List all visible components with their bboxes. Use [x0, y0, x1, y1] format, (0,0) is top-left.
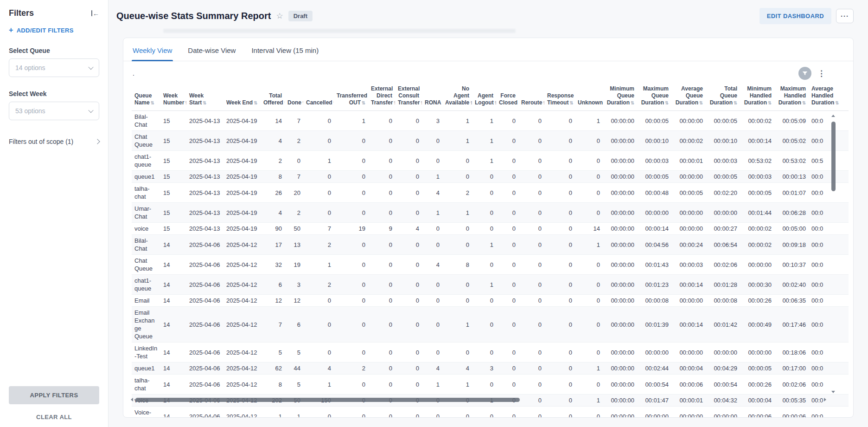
table-cell: 2025-04-12	[223, 407, 261, 418]
scroll-down-icon[interactable]	[831, 391, 835, 393]
column-header-queue-name[interactable]: Queue Name⇅	[132, 83, 160, 111]
column-header-week-end[interactable]: Week End⇅	[223, 83, 261, 111]
table-cell: 5	[285, 375, 303, 395]
table-cell: 0	[395, 131, 422, 151]
table-cell: 1	[575, 362, 603, 375]
star-icon[interactable]: ☆	[276, 11, 283, 21]
table-cell: Bilal-Chat	[132, 235, 160, 255]
table-cell: 00:00:00	[603, 203, 637, 223]
column-header-maximum-handled-duration[interactable]: Maximum Handled Duration⇅	[774, 83, 809, 111]
collapse-sidebar-icon[interactable]: ←	[91, 10, 99, 17]
table-cell: 2025-04-13	[186, 151, 223, 171]
column-header-total-queue-duration[interactable]: Total Queue Duration⇅	[706, 83, 740, 111]
horizontal-scroll-track[interactable]	[135, 398, 822, 402]
table-cell: 00:00:00	[603, 255, 637, 275]
column-header-response-timeout[interactable]: Response Timeout⇅	[544, 83, 575, 111]
table-cell: 00:0	[809, 362, 849, 375]
table-cell: chat1-queue	[132, 275, 160, 295]
column-header-week-number[interactable]: Week Number⇅	[160, 83, 186, 111]
select-week-dropdown[interactable]: 53 options	[9, 102, 99, 120]
table-cell: 00:00:00	[603, 375, 637, 395]
table-cell: 0	[334, 151, 368, 171]
column-header-label: Week End	[226, 99, 253, 106]
table-cell: 0	[422, 295, 442, 307]
column-header-force-closed[interactable]: Force Closed⇅	[496, 83, 518, 111]
table-cell: 0	[496, 275, 518, 295]
column-header-rona[interactable]: RONA⇅	[422, 83, 442, 111]
scroll-left-icon[interactable]	[131, 398, 133, 401]
column-header-agent-logout[interactable]: Agent Logout⇅	[472, 83, 496, 111]
table-cell: 1	[303, 255, 334, 275]
table-cell: 0	[303, 183, 334, 203]
table-cell: 1	[442, 307, 472, 343]
column-header-external-consult-transfer[interactable]: External Consult Transfer⇅	[395, 83, 422, 111]
column-header-label: Cancelled	[306, 99, 332, 106]
apply-filters-button[interactable]: APPLY FILTERS	[9, 386, 99, 404]
table-cell: 0	[544, 343, 575, 362]
column-header-average-handled-duration[interactable]: Average Handled Duration⇅	[809, 83, 849, 111]
column-header-average-queue-duration[interactable]: Average Queue Duration⇅	[671, 83, 706, 111]
table-cell: 0	[575, 343, 603, 362]
scroll-right-icon[interactable]	[824, 398, 826, 401]
horizontal-scrollbar[interactable]	[131, 397, 826, 402]
table-filter-button[interactable]	[798, 67, 811, 80]
table-cell: 1	[442, 111, 472, 131]
table-cell: 0	[496, 183, 518, 203]
column-header-total-offered[interactable]: Total Offered⇅	[261, 83, 285, 111]
tab-weekly-view[interactable]: Weekly View	[132, 38, 173, 61]
tab-date-wise-view[interactable]: Date-wise View	[187, 38, 236, 61]
column-header-week-start[interactable]: Week Start⇅	[186, 83, 223, 111]
table-cell: 0	[496, 307, 518, 343]
column-header-no-agent-available[interactable]: No Agent Available⇅	[442, 83, 472, 111]
table-cell: 00:0	[809, 375, 849, 395]
edit-dashboard-button[interactable]: EDIT DASHBOARD	[760, 8, 831, 24]
table-cell: 1	[303, 375, 334, 395]
column-header-done[interactable]: Done⇅	[285, 83, 303, 111]
scroll-up-icon[interactable]	[831, 115, 835, 117]
column-header-transferred-out[interactable]: Transferred OUT⇅	[334, 83, 368, 111]
column-header-unknown[interactable]: Unknown⇅	[575, 83, 603, 111]
column-header-reroute[interactable]: Reroute⇅	[518, 83, 544, 111]
sort-icon: ⇅	[284, 100, 285, 105]
table-cell: 00:00:00	[637, 203, 671, 223]
table-cell: 0	[422, 307, 442, 343]
table-row: talha-chat152025-04-132025-04-1926200000…	[132, 183, 849, 203]
column-header-label: Force Closed	[499, 92, 517, 106]
table-kebab-menu[interactable]: ⋮	[817, 70, 825, 78]
vertical-scroll-track[interactable]	[831, 119, 836, 389]
column-header-label: External Consult Transfer	[398, 85, 420, 106]
table-cell: 2	[334, 362, 368, 375]
table-cell: 2025-04-06	[186, 255, 223, 275]
table-cell: 0	[544, 151, 575, 171]
add-edit-filters-button[interactable]: + ADD/EDIT FILTERS	[9, 26, 99, 34]
vertical-scrollbar[interactable]	[831, 115, 836, 393]
table-cell: 0	[518, 235, 544, 255]
table-cell: 0	[518, 151, 544, 171]
horizontal-scroll-thumb[interactable]	[135, 398, 520, 402]
select-queue-dropdown[interactable]: 14 options	[9, 58, 99, 77]
table-cell: 0	[303, 295, 334, 307]
clear-all-button[interactable]: CLEAR ALL	[36, 414, 72, 421]
table-cell: 00:00:05	[706, 171, 740, 183]
sort-icon: ⇅	[631, 100, 634, 105]
column-header-maximum-queue-duration[interactable]: Maximum Queue Duration⇅	[637, 83, 671, 111]
filters-out-of-scope-toggle[interactable]: Filters out of scope (1)	[9, 138, 99, 145]
table-row: chat1-queue152025-04-132025-04-192010000…	[132, 151, 849, 171]
column-header-external-direct-transfer[interactable]: External Direct Transfer⇅	[368, 83, 395, 111]
column-header-cancelled[interactable]: Cancelled⇅	[303, 83, 334, 111]
table-cell: 1	[334, 111, 368, 131]
table-cell: 0	[368, 295, 395, 307]
table-cell: 2025-04-06	[186, 235, 223, 255]
tab-interval-view-15-min[interactable]: Interval View (15 min)	[250, 38, 319, 61]
column-header-minimum-queue-duration[interactable]: Minimum Queue Duration⇅	[603, 83, 637, 111]
table-cell: 7	[261, 307, 285, 343]
table-cell: 1	[442, 131, 472, 151]
table-row: Voice-queue142025-04-062025-04-121100000…	[132, 407, 849, 418]
table-cell: 00:00:49	[740, 307, 774, 343]
table-cell: 0	[575, 171, 603, 183]
column-header-label: Agent Logout	[475, 92, 494, 106]
table-cell: 00:01:23	[637, 275, 671, 295]
vertical-scroll-thumb[interactable]	[831, 122, 836, 191]
column-header-minimum-handled-duration[interactable]: Minimum Handled Duration⇅	[740, 83, 774, 111]
more-options-button[interactable]: ···	[836, 9, 854, 23]
